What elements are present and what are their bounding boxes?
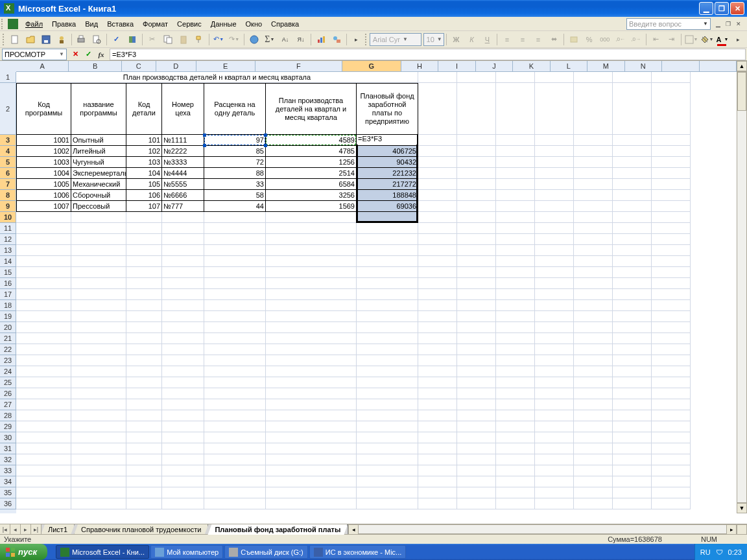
cell[interactable] xyxy=(357,377,418,388)
cell[interactable]: 1007 xyxy=(16,201,71,212)
cell[interactable] xyxy=(16,267,71,278)
cell[interactable] xyxy=(574,377,613,388)
cell[interactable] xyxy=(204,454,266,465)
cell[interactable] xyxy=(457,377,496,388)
cell[interactable] xyxy=(71,388,126,399)
cell[interactable] xyxy=(535,223,574,234)
col-header-E[interactable]: E xyxy=(196,61,255,72)
tab-nav-prev[interactable]: ◂ xyxy=(10,524,21,534)
cell[interactable] xyxy=(457,498,496,509)
cell[interactable] xyxy=(71,355,126,366)
toolbar-grip-1[interactable] xyxy=(3,34,6,45)
cell[interactable] xyxy=(71,399,126,410)
cell[interactable] xyxy=(162,267,204,278)
cell[interactable] xyxy=(266,421,357,432)
cell[interactable] xyxy=(71,234,126,245)
currency-icon[interactable] xyxy=(567,32,581,47)
cell[interactable] xyxy=(266,443,357,454)
cell[interactable] xyxy=(126,278,162,289)
taskbar-item-mycomputer[interactable]: Мой компьютер xyxy=(150,545,223,559)
row-header-14[interactable]: 14 xyxy=(0,256,16,267)
cell[interactable] xyxy=(574,179,613,190)
cell[interactable] xyxy=(16,300,71,311)
cell[interactable] xyxy=(613,344,652,355)
range-handle[interactable] xyxy=(203,144,206,147)
cell[interactable] xyxy=(457,311,496,322)
range-handle[interactable] xyxy=(203,134,206,137)
row-header-34[interactable]: 34 xyxy=(0,476,16,487)
cell[interactable] xyxy=(652,83,691,135)
vertical-scrollbar[interactable]: ▲ ▼ xyxy=(737,61,747,513)
cell[interactable] xyxy=(418,146,457,157)
cell[interactable] xyxy=(204,289,266,300)
bold-icon[interactable]: Ж xyxy=(449,32,463,47)
cell[interactable] xyxy=(266,278,357,289)
cells-area[interactable]: План производства деталей н квартал и ме… xyxy=(16,72,737,513)
cell[interactable]: название программы xyxy=(71,83,126,135)
toolbar-options-2-icon[interactable]: ▸ xyxy=(731,32,745,47)
row-header-15[interactable]: 15 xyxy=(0,267,16,278)
cell[interactable] xyxy=(357,476,418,487)
cell[interactable]: 4589 xyxy=(266,135,357,146)
cell[interactable] xyxy=(496,289,535,300)
cell[interactable] xyxy=(574,278,613,289)
cell[interactable] xyxy=(126,487,162,498)
cell[interactable] xyxy=(457,344,496,355)
menubar-grip[interactable] xyxy=(1,19,5,29)
cell[interactable] xyxy=(71,432,126,443)
cell[interactable] xyxy=(204,300,266,311)
row-header-6[interactable]: 6 xyxy=(0,168,16,179)
cell[interactable] xyxy=(266,311,357,322)
cell[interactable] xyxy=(613,168,652,179)
cell[interactable] xyxy=(16,377,71,388)
cell[interactable] xyxy=(496,179,535,190)
formula-input[interactable]: =E3*F3 xyxy=(110,49,746,60)
menu-window[interactable]: Окно xyxy=(241,19,267,29)
cell[interactable] xyxy=(162,278,204,289)
cell[interactable] xyxy=(457,157,496,168)
cell[interactable] xyxy=(126,234,162,245)
cell[interactable] xyxy=(16,355,71,366)
cell[interactable] xyxy=(266,454,357,465)
cell[interactable] xyxy=(16,311,71,322)
cell[interactable] xyxy=(574,245,613,256)
drawing-icon[interactable] xyxy=(329,32,344,47)
minimize-button[interactable]: ▁ xyxy=(699,2,713,15)
cell[interactable] xyxy=(457,465,496,476)
cell[interactable] xyxy=(16,388,71,399)
cell[interactable] xyxy=(357,410,418,421)
cell[interactable] xyxy=(126,388,162,399)
cell[interactable] xyxy=(418,399,457,410)
editing-cell[interactable]: =E3*F3 xyxy=(357,135,417,145)
cell[interactable]: 221232 xyxy=(357,168,418,179)
increase-decimal-icon[interactable]: ,0← xyxy=(613,32,628,47)
cell[interactable] xyxy=(162,432,204,443)
cell[interactable] xyxy=(535,311,574,322)
cell[interactable] xyxy=(16,333,71,344)
cell[interactable] xyxy=(357,366,418,377)
doc-minimize-button[interactable]: ▁ xyxy=(713,19,722,29)
cell[interactable] xyxy=(126,333,162,344)
row-header-35[interactable]: 35 xyxy=(0,487,16,498)
cell[interactable] xyxy=(652,344,691,355)
row-header-13[interactable]: 13 xyxy=(0,245,16,256)
cell[interactable] xyxy=(162,245,204,256)
cell[interactable] xyxy=(496,465,535,476)
cell[interactable] xyxy=(126,498,162,509)
cell[interactable] xyxy=(574,432,613,443)
enter-formula-button[interactable]: ✓ xyxy=(84,50,93,59)
cell[interactable] xyxy=(574,465,613,476)
cell[interactable] xyxy=(496,421,535,432)
cell[interactable] xyxy=(266,487,357,498)
col-header-D[interactable]: D xyxy=(156,61,196,72)
cell[interactable] xyxy=(496,278,535,289)
cell[interactable] xyxy=(496,135,535,146)
cell[interactable] xyxy=(652,300,691,311)
undo-icon[interactable]: ↶▼ xyxy=(211,32,226,47)
cell[interactable] xyxy=(126,267,162,278)
cell[interactable] xyxy=(535,421,574,432)
cell[interactable] xyxy=(16,289,71,300)
cell[interactable] xyxy=(418,300,457,311)
cell[interactable] xyxy=(613,465,652,476)
cell[interactable]: Чугунный xyxy=(71,157,126,168)
